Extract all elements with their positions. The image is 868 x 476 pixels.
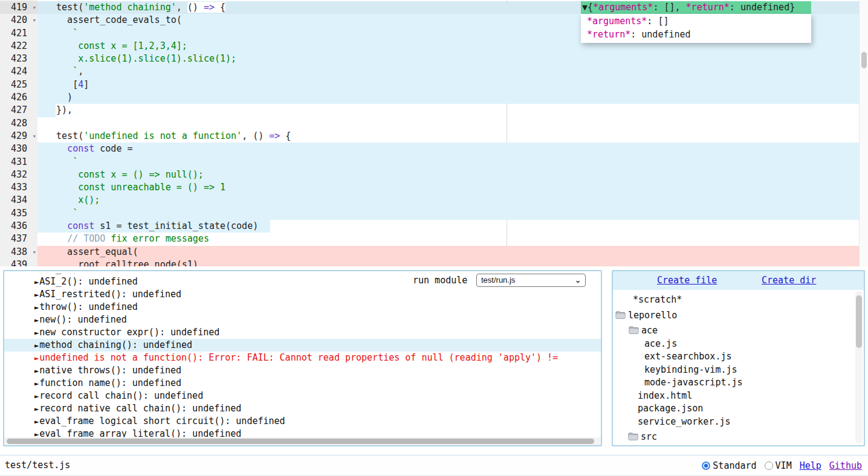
- code-cell[interactable]: // TODO fix error messages: [37, 233, 859, 245]
- code-cell[interactable]: `,: [37, 65, 859, 78]
- expand-arrow-icon[interactable]: ►: [34, 273, 39, 274]
- mode-option-standard[interactable]: Standard: [702, 460, 756, 471]
- expand-arrow-icon[interactable]: ►: [34, 354, 39, 362]
- expand-arrow-icon[interactable]: ►: [34, 291, 39, 299]
- code-cell[interactable]: const s1 = test_initial_state(code): [37, 220, 859, 233]
- help-link[interactable]: Help: [800, 460, 821, 471]
- create-file-link[interactable]: Create file: [657, 275, 717, 286]
- code-line[interactable]: 429▾ test('undefined is not a function',…: [0, 130, 859, 143]
- code-line[interactable]: 436 const s1 = test_initial_state(code): [0, 220, 859, 233]
- expand-arrow-icon[interactable]: ►: [34, 278, 39, 286]
- github-link[interactable]: Github: [829, 460, 862, 471]
- code-line[interactable]: 431 `: [0, 156, 859, 169]
- expand-arrow-icon[interactable]: ►: [34, 367, 39, 375]
- code-cell[interactable]: `: [37, 207, 859, 220]
- code-cell[interactable]: const x = () => null();: [37, 169, 859, 181]
- file-tree-item[interactable]: ext-searchbox.js: [613, 350, 855, 364]
- code-cell[interactable]: `: [37, 156, 859, 169]
- code-cell[interactable]: test('undefined is not a function', () =…: [37, 130, 859, 143]
- code-cell[interactable]: const code =: [37, 143, 859, 155]
- expand-arrow-icon[interactable]: ►: [34, 379, 39, 388]
- code-cell[interactable]: }),: [37, 104, 859, 117]
- fold-arrow-icon[interactable]: ▾: [32, 246, 36, 259]
- test-result-row[interactable]: ►record native call chain(): undefined: [4, 402, 601, 415]
- file-tree-item[interactable]: ace.js: [613, 338, 855, 351]
- code-line[interactable]: 433 const unreachable = () => 1: [0, 181, 859, 194]
- file-tree: *scratch*leporelloaceace.jsext-searchbox…: [613, 290, 855, 445]
- code-line[interactable]: 435 `: [0, 207, 859, 220]
- expand-arrow-icon[interactable]: ►: [34, 405, 39, 413]
- code-line[interactable]: 426 ): [0, 91, 859, 104]
- code-line[interactable]: 428: [0, 117, 859, 130]
- code-token: ]: [83, 79, 89, 90]
- line-number: 424: [0, 65, 37, 78]
- results-horizontal-scrollbar[interactable]: [4, 437, 601, 445]
- files-scrollbar[interactable]: [855, 291, 863, 443]
- run-module-selected-value: test/run.js: [481, 275, 515, 285]
- file-tree-item[interactable]: leporello: [613, 309, 855, 323]
- editor-scrollbar[interactable]: [859, 0, 868, 266]
- code-line[interactable]: 425 [4]: [0, 79, 859, 91]
- expand-arrow-icon[interactable]: ►: [34, 392, 39, 400]
- code-line[interactable]: 430 const code =: [0, 143, 859, 155]
- mode-option-vim[interactable]: VIM: [765, 460, 792, 471]
- fold-arrow-icon[interactable]: ▾: [32, 14, 36, 27]
- test-result-row[interactable]: ►new(): undefined: [4, 314, 601, 326]
- test-result-row[interactable]: ►function name(): undefined: [4, 377, 601, 390]
- tooltip-header[interactable]: ▼{*arguments*: [], *return*: undefined}: [581, 1, 811, 14]
- file-tree-item[interactable]: src: [613, 431, 855, 444]
- code-line[interactable]: 427 }),: [0, 104, 859, 117]
- code-cell[interactable]: ): [37, 91, 859, 104]
- code-line[interactable]: 423 x.slice(1).slice(1).slice(1);: [0, 53, 859, 65]
- code-cell[interactable]: root_calltree_node(s1): [37, 259, 859, 266]
- test-result-row[interactable]: ►throw(): undefined: [4, 301, 601, 314]
- code-line[interactable]: 424 `,: [0, 65, 859, 78]
- code-cell[interactable]: const unreachable = () => 1: [37, 181, 859, 194]
- fold-arrow-icon[interactable]: ▾: [32, 1, 36, 14]
- results-scrollbar-thumb[interactable]: [7, 439, 594, 444]
- file-tree-item[interactable]: mode-javascript.js: [613, 376, 855, 390]
- files-scrollbar-thumb[interactable]: [856, 295, 862, 348]
- radio-standard-icon[interactable]: [702, 462, 710, 470]
- tooltip-entry[interactable]: *return*: undefined: [581, 28, 811, 41]
- test-result-row[interactable]: ►ASI_restrited(): undefined: [4, 288, 601, 301]
- file-tree-item[interactable]: package.json: [613, 402, 855, 416]
- expand-arrow-icon[interactable]: ►: [34, 417, 39, 426]
- tooltip-entry[interactable]: *arguments*: []: [581, 15, 811, 28]
- test-result-row[interactable]: ►native throws(): undefined: [4, 364, 601, 377]
- run-module-select[interactable]: test/run.js ⌄: [476, 274, 586, 287]
- test-result-row[interactable]: ►new constructor expr(): undefined: [4, 326, 601, 339]
- code-cell[interactable]: x.slice(1).slice(1).slice(1);: [37, 53, 859, 65]
- expand-arrow-icon[interactable]: ►: [34, 341, 39, 350]
- test-result-row[interactable]: ►record call chain(): undefined: [4, 390, 601, 402]
- test-result-row[interactable]: ►undefined is not a function(): Error: F…: [4, 352, 601, 364]
- expand-arrow-icon[interactable]: ►: [34, 329, 39, 337]
- code-cell[interactable]: assert_equal(: [37, 246, 859, 259]
- fold-arrow-icon[interactable]: ▾: [32, 130, 36, 143]
- code-cell[interactable]: [4]: [37, 79, 859, 91]
- code-line[interactable]: 432 const x = () => null();: [0, 169, 859, 181]
- expand-arrow-icon[interactable]: ►: [34, 303, 39, 312]
- code-token: 'method chaining': [83, 2, 177, 13]
- code-line[interactable]: 437 // TODO fix error messages: [0, 233, 859, 245]
- code-editor[interactable]: 419▾ test('method chaining', () => {420▾…: [0, 0, 868, 266]
- file-tree-item[interactable]: ast_utils.js: [613, 444, 855, 446]
- file-tree-item[interactable]: index.html: [613, 390, 855, 403]
- code-cell[interactable]: x();: [37, 194, 859, 207]
- file-tree-item[interactable]: keybinding-vim.js: [613, 364, 855, 377]
- editor-scrollbar-thumb[interactable]: [861, 52, 867, 68]
- code-line[interactable]: 434 x();: [0, 194, 859, 207]
- create-dir-link[interactable]: Create dir: [762, 275, 816, 286]
- file-tree-item[interactable]: ace: [613, 324, 855, 338]
- test-result-row[interactable]: ►method chaining(): undefined: [4, 339, 601, 352]
- radio-vim-icon[interactable]: [765, 462, 773, 470]
- test-result-row[interactable]: ►eval_frame logical short circuit(): und…: [4, 415, 601, 428]
- code-text: ): [37, 91, 859, 104]
- code-line[interactable]: 438▾ assert_equal(: [0, 246, 859, 259]
- file-name: *scratch*: [633, 294, 682, 305]
- code-line[interactable]: 439 root_calltree_node(s1): [0, 259, 859, 266]
- expand-arrow-icon[interactable]: ►: [34, 316, 39, 324]
- code-cell[interactable]: [37, 117, 859, 130]
- file-tree-item[interactable]: *scratch*: [613, 294, 855, 307]
- file-tree-item[interactable]: service_worker.js: [613, 416, 855, 429]
